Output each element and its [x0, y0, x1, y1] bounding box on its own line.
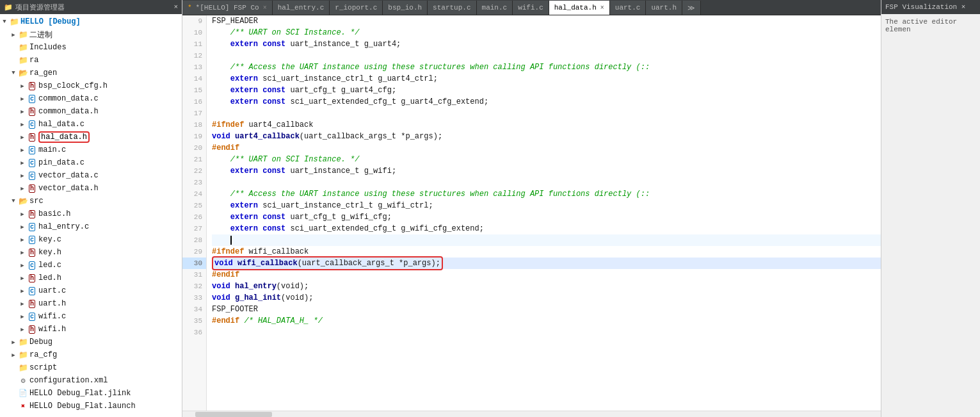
- line-num-19: 19: [182, 131, 206, 142]
- tab-close-hal_data_h[interactable]: ×: [600, 4, 604, 12]
- sidebar-item-common_data.h[interactable]: ▶hcommon_data.h: [0, 105, 182, 118]
- line-num-28: 28: [182, 234, 206, 246]
- code-lines[interactable]: FSP_HEADER /** UART on SCI Instance. */ …: [207, 15, 881, 411]
- tree-arrow-ra_gen[interactable]: ▼: [9, 70, 18, 76]
- tree-label-key.h: key.h: [38, 248, 61, 257]
- tree-arrow-src[interactable]: ▼: [9, 198, 18, 204]
- code-line-31: #endif: [212, 269, 881, 281]
- tab-label-main: main.c: [482, 4, 508, 12]
- token-plain: [212, 27, 230, 38]
- sidebar: 📁 项目资源管理器 × ▼📁HELLO [Debug]▶📁二进制📁Include…: [0, 0, 182, 417]
- sidebar-item-uart.c[interactable]: ▶cuart.c: [0, 284, 182, 297]
- line-num-22: 22: [182, 165, 206, 177]
- sidebar-item-key.h[interactable]: ▶hkey.h: [0, 246, 182, 259]
- tab-hal_entry[interactable]: hal_entry.c: [273, 1, 330, 15]
- sidebar-item-led.h[interactable]: ▶hled.h: [0, 272, 182, 284]
- tree-icon-script: 📁: [18, 363, 28, 373]
- line-num-13: 13: [182, 61, 206, 73]
- tree-arrow-hello-debug[interactable]: ▼: [0, 19, 9, 25]
- tree-arrow-common_data.c[interactable]: ▶: [18, 95, 27, 102]
- sidebar-item-src[interactable]: ▼📂src: [0, 195, 182, 208]
- tree-arrow-hal_data.h[interactable]: ▶: [18, 134, 27, 141]
- tab-uart_h[interactable]: uart.h: [646, 1, 682, 15]
- sidebar-item-vector_data.c[interactable]: ▶cvector_data.c: [0, 169, 182, 182]
- sidebar-item-ra_gen[interactable]: ▼📂ra_gen: [0, 67, 182, 79]
- token-plain: [212, 200, 230, 211]
- tree-arrow-led.h[interactable]: ▶: [18, 275, 27, 282]
- token-kw: extern: [230, 73, 258, 85]
- sidebar-item-ra[interactable]: 📁ra: [0, 54, 182, 67]
- tree-icon-led.h: h: [27, 274, 37, 282]
- sidebar-item-common_data.c[interactable]: ▶ccommon_data.c: [0, 92, 182, 105]
- tab-startup[interactable]: startup.c: [428, 1, 476, 15]
- sidebar-item-hello-debug[interactable]: ▼📁HELLO [Debug]: [0, 15, 182, 28]
- tree-arrow-ra_cfg[interactable]: ▶: [9, 352, 18, 359]
- tree-arrow-uart.c[interactable]: ▶: [18, 288, 27, 295]
- tree-arrow-bsp_clock_cfg.h[interactable]: ▶: [18, 83, 27, 90]
- token-plain: [212, 73, 230, 85]
- tab-more[interactable]: ≫: [682, 1, 701, 15]
- sidebar-item-ra_cfg[interactable]: ▶📁ra_cfg: [0, 348, 182, 361]
- tree-arrow-led.c[interactable]: ▶: [18, 262, 27, 269]
- token-fn: uart4_callback: [235, 131, 300, 142]
- tree-arrow-vector_data.c[interactable]: ▶: [18, 172, 27, 179]
- tab-close-fsp-config[interactable]: ×: [263, 4, 267, 12]
- tab-main[interactable]: main.c: [477, 1, 513, 15]
- sidebar-item-uart.h[interactable]: ▶huart.h: [0, 297, 182, 310]
- tab-hal_data_h[interactable]: hal_data.h×: [549, 1, 610, 15]
- tree-label-pin_data.c: pin_data.c: [38, 158, 84, 167]
- sidebar-item-hal_entry.c[interactable]: ▶chal_entry.c: [0, 220, 182, 233]
- tab-r_ioport[interactable]: r_ioport.c: [330, 1, 383, 15]
- bottom-scrollbar[interactable]: [182, 411, 881, 417]
- code-line-36: [212, 327, 881, 338]
- tree-icon-bsp_clock_cfg.h: h: [27, 81, 37, 90]
- tree-icon-common_data.c: c: [27, 94, 37, 103]
- sidebar-item-led.c[interactable]: ▶cled.c: [0, 259, 182, 272]
- sidebar-item-wifi.h[interactable]: ▶hwifi.h: [0, 323, 182, 336]
- tree-arrow-key.c[interactable]: ▶: [18, 236, 27, 243]
- tree-arrow-main.c[interactable]: ▶: [18, 147, 27, 154]
- tree-label-HELLO_Debug_Flat.jlink: HELLO Debug_Flat.jlink: [29, 389, 131, 398]
- tab-wifi[interactable]: wifi.c: [513, 1, 549, 15]
- tab-fsp-config[interactable]: **[HELLO] FSP Co×: [182, 1, 273, 15]
- tree-arrow-pin_data.c[interactable]: ▶: [18, 159, 27, 167]
- tab-bsp_io[interactable]: bsp_io.h: [383, 1, 428, 15]
- tree-label-uart.h: uart.h: [38, 299, 66, 308]
- tree-arrow-common_data.h[interactable]: ▶: [18, 108, 27, 115]
- tree-arrow-vector_data.h[interactable]: ▶: [18, 185, 27, 192]
- tree-arrow-hal_entry.c[interactable]: ▶: [18, 224, 27, 231]
- sidebar-item-script[interactable]: 📁script: [0, 361, 182, 374]
- tree-arrow-basic.h[interactable]: ▶: [18, 211, 27, 218]
- sidebar-item-Includes[interactable]: 📁Includes: [0, 41, 182, 54]
- sidebar-item-key.c[interactable]: ▶ckey.c: [0, 233, 182, 246]
- sidebar-item-wifi.c[interactable]: ▶cwifi.c: [0, 310, 182, 323]
- tree-arrow-key.h[interactable]: ▶: [18, 249, 27, 256]
- sidebar-item-hal_data.c[interactable]: ▶chal_data.c: [0, 118, 182, 131]
- tree-icon-led.c: c: [27, 261, 37, 270]
- sidebar-item-main.c[interactable]: ▶cmain.c: [0, 143, 182, 156]
- token-kw: const: [262, 223, 285, 234]
- sidebar-item-HELLO_Debug_Flat.launch[interactable]: ✖HELLO Debug_Flat.launch: [0, 400, 182, 413]
- tree-arrow-hal_data.c[interactable]: ▶: [18, 121, 27, 128]
- token-kw: extern: [230, 200, 258, 211]
- sidebar-item-configuration.xml[interactable]: ⚙configuration.xml: [0, 374, 182, 387]
- tab-uart_c[interactable]: uart.c: [610, 1, 647, 15]
- tree-arrow-wifi.c[interactable]: ▶: [18, 313, 27, 320]
- tree-arrow-wifi.h[interactable]: ▶: [18, 326, 27, 333]
- sidebar-item-Debug[interactable]: ▶📁Debug: [0, 336, 182, 348]
- token-plain: [212, 223, 230, 234]
- line-num-24: 24: [182, 188, 206, 200]
- sidebar-item-二进制[interactable]: ▶📁二进制: [0, 28, 182, 41]
- sidebar-item-pin_data.c[interactable]: ▶cpin_data.c: [0, 156, 182, 169]
- sidebar-item-hal_data.h[interactable]: ▶hhal_data.h: [0, 131, 182, 143]
- sidebar-header: 📁 项目资源管理器 ×: [0, 0, 182, 14]
- sidebar-item-HELLO_Debug_Flat.jlink[interactable]: 📄HELLO Debug_Flat.jlink: [0, 387, 182, 400]
- sidebar-item-bsp_clock_cfg.h[interactable]: ▶hbsp_clock_cfg.h: [0, 79, 182, 92]
- sidebar-close-button[interactable]: ×: [173, 3, 178, 11]
- tree-arrow-Debug[interactable]: ▶: [9, 339, 18, 346]
- sidebar-item-vector_data.h[interactable]: ▶hvector_data.h: [0, 182, 182, 195]
- tree-arrow-二进制[interactable]: ▶: [9, 31, 18, 38]
- tree-arrow-uart.h[interactable]: ▶: [18, 300, 27, 307]
- sidebar-item-basic.h[interactable]: ▶hbasic.h: [0, 208, 182, 220]
- tree-label-key.c: key.c: [38, 235, 61, 244]
